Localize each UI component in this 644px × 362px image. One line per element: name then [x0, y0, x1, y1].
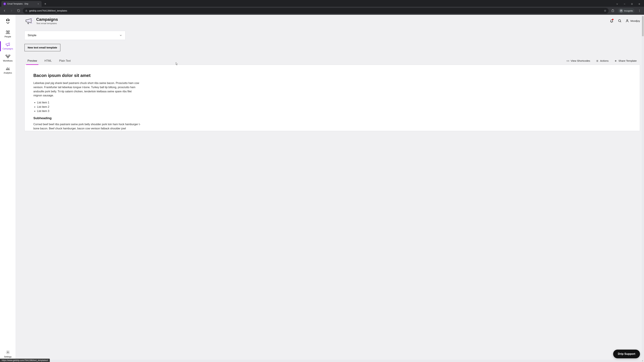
browser-address-bar[interactable]: getdrip.com/7641396/text_templates [23, 8, 608, 13]
drip-logo-icon[interactable] [4, 18, 11, 24]
svg-rect-2 [612, 10, 614, 12]
svg-rect-0 [632, 3, 632, 5]
preview-pane: Bacon ipsum dolor sit amet Leberkas jowl… [24, 65, 640, 131]
window-maximize-button[interactable] [630, 2, 634, 6]
share-icon [614, 59, 617, 62]
preview-scroll-area[interactable]: Bacon ipsum dolor sit amet Leberkas jowl… [25, 65, 640, 131]
browser-url-text: getdrip.com/7641396/text_templates [29, 9, 602, 12]
sidebar-item-label: Settings [4, 356, 12, 358]
browser-reload-button[interactable] [16, 8, 22, 13]
list-item: List item 1 [37, 100, 631, 105]
tabs-row: Preview HTML Plain Text View Shortcodes … [24, 57, 640, 65]
sidebar-item-people[interactable]: People [0, 28, 16, 40]
close-tab-button[interactable] [37, 2, 40, 5]
sidebar-item-campaigns[interactable]: Campaigns [0, 40, 16, 52]
tab-preview[interactable]: Preview [26, 57, 38, 65]
scrollbar-thumb[interactable] [642, 16, 644, 36]
preview-subheading: Subheading [33, 116, 631, 120]
analytics-icon [5, 66, 11, 71]
preview-heading: Bacon ipsum dolor sit amet [33, 73, 631, 78]
incognito-icon [619, 9, 623, 12]
tab-label: Preview [28, 59, 37, 62]
svg-point-5 [639, 11, 640, 12]
svg-rect-13 [7, 57, 8, 58]
template-select[interactable]: Simple [24, 31, 126, 40]
svg-point-7 [8, 20, 9, 20]
user-icon [626, 19, 629, 23]
browser-forward-button[interactable] [9, 8, 14, 13]
window-minimize-button[interactable] [623, 2, 626, 6]
new-template-button[interactable]: New text email template [24, 44, 60, 51]
template-select-value: Simple [28, 34, 36, 37]
incognito-badge[interactable]: Incognito [618, 8, 634, 13]
page-title: Campaigns [36, 17, 58, 22]
tab-label: Plain Text [59, 59, 70, 62]
tab-action-label: Actions [600, 59, 608, 62]
tab-html[interactable]: HTML [43, 57, 53, 65]
view-shortcodes-button[interactable]: View Shortcodes [566, 57, 591, 65]
preview-paragraph: Leberkas jowl pig shank beef pastrami ch… [33, 81, 141, 98]
sidebar-item-analytics[interactable]: Analytics [0, 64, 16, 76]
new-tab-button[interactable] [43, 1, 48, 6]
support-button-label: Drip Support [618, 352, 635, 356]
workflows-icon [5, 54, 11, 59]
browser-back-button[interactable] [2, 8, 8, 13]
tab-plain-text[interactable]: Plain Text [58, 57, 72, 65]
new-template-button-label: New text email template [28, 46, 57, 49]
tab-action-label: Share Template [618, 59, 636, 62]
user-label: Moodjoy [630, 19, 640, 22]
sidebar-item-label: Campaigns [2, 48, 13, 50]
preview-paragraph: Corned beef beef ribs pastrami swine por… [33, 122, 141, 131]
share-template-button[interactable]: Share Template [614, 57, 637, 65]
page-horizontal-scrollbar[interactable] [16, 360, 644, 362]
page-vertical-scrollbar[interactable] [642, 15, 644, 360]
gear-icon [596, 59, 599, 62]
svg-rect-12 [8, 55, 10, 56]
window-controls [616, 2, 644, 7]
sidebar-item-label: People [4, 35, 11, 38]
svg-point-16 [627, 19, 628, 21]
bookmark-star-icon[interactable] [604, 9, 606, 12]
svg-rect-11 [6, 55, 7, 56]
page-subtitle: Text email templates [36, 22, 58, 25]
main-content: Simple New text email template Preview H… [16, 27, 644, 362]
tab-label: HTML [44, 59, 52, 62]
drip-favicon-icon [3, 2, 6, 5]
people-icon [5, 30, 11, 34]
support-button[interactable]: Drip Support [613, 350, 640, 358]
window-close-button[interactable] [638, 2, 641, 6]
sidebar: People Campaigns Workflows Analytics [0, 15, 16, 362]
sidebar-item-label: Workflows [3, 60, 12, 62]
scroll-right-arrow-icon[interactable] [641, 360, 644, 362]
actions-button[interactable]: Actions [595, 57, 609, 65]
browser-menu-button[interactable] [636, 8, 642, 13]
sidebar-item-label: Analytics [4, 72, 12, 74]
search-button[interactable] [617, 18, 622, 23]
svg-point-6 [6, 20, 7, 20]
app-page: People Campaigns Workflows Analytics [0, 15, 644, 362]
chevron-down-icon [119, 34, 122, 37]
page-header: Campaigns Text email templates Moodjoy [16, 15, 644, 27]
browser-toolbar: getdrip.com/7641396/text_templates Incog… [0, 7, 644, 15]
preview-list: List item 1 List item 2 List item 3 [37, 100, 631, 113]
sidebar-item-workflows[interactable]: Workflows [0, 52, 16, 64]
code-icon [566, 59, 569, 62]
svg-point-15 [618, 19, 621, 22]
gear-icon [5, 350, 11, 355]
list-item: List item 3 [37, 109, 631, 113]
browser-tab-strip: Email Templates · Drip [0, 0, 644, 7]
megaphone-icon [5, 42, 11, 46]
svg-rect-1 [26, 10, 27, 11]
tabs-dropdown-button[interactable] [616, 2, 619, 6]
notifications-button[interactable] [609, 18, 614, 23]
campaigns-hero-icon [24, 16, 33, 25]
user-menu[interactable]: Moodjoy [626, 19, 640, 23]
lock-icon [25, 9, 28, 12]
tab-action-label: View Shortcodes [571, 59, 590, 62]
svg-point-10 [7, 32, 8, 33]
browser-tab[interactable]: Email Templates · Drip [1, 1, 42, 7]
incognito-label: Incognito [624, 9, 633, 12]
extensions-button[interactable] [610, 8, 616, 13]
svg-point-17 [597, 60, 598, 61]
svg-point-3 [639, 9, 640, 10]
